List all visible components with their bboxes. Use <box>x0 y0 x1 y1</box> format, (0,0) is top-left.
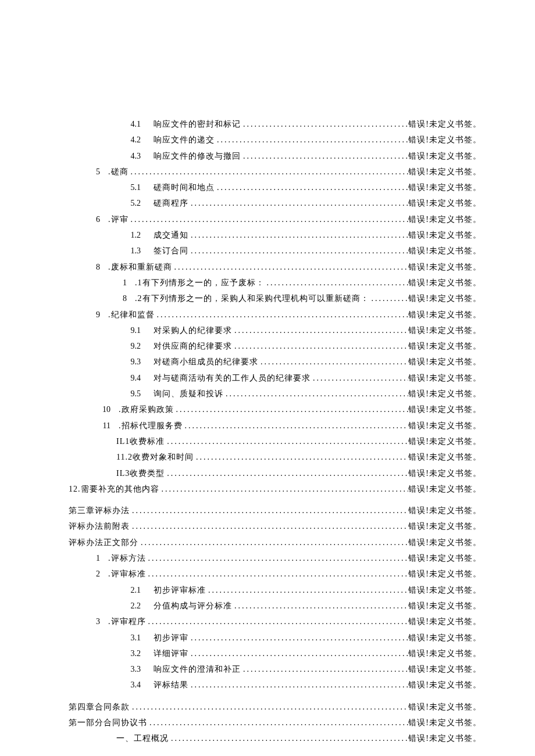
leader-dots <box>223 386 408 402</box>
toc-text: .废标和重新磋商 <box>108 259 172 275</box>
toc-entry: 4.3响应文件的修改与撤回错误!未定义书签。 <box>69 148 482 164</box>
page-ref: 错误!未定义书签。 <box>408 699 482 715</box>
toc-entry: 10.政府采购政策错误!未定义书签。 <box>69 402 482 417</box>
page-ref: 错误!未定义书签。 <box>408 630 482 646</box>
toc-text: .评审程序 <box>108 614 146 629</box>
toc-entry: 4.1响应文件的密封和标记错误!未定义书签。 <box>69 116 482 132</box>
leader-dots <box>188 195 408 211</box>
toc-text: 对采购人的纪律要求 <box>154 323 232 338</box>
page-ref: 错误!未定义书签。 <box>408 338 482 354</box>
toc-entry: 1.评标方法错误!未定义书签。 <box>69 550 482 566</box>
page-ref: 错误!未定义书签。 <box>408 715 482 730</box>
toc-text: 响应文件的密封和标记 <box>154 116 241 132</box>
toc-text: 12.需要补充的其他内容 <box>69 481 159 497</box>
toc-entry: 3.2详细评审错误!未定义书签。 <box>69 646 482 661</box>
page-ref: 错误!未定义书签。 <box>408 677 482 693</box>
page-ref: 错误!未定义书签。 <box>408 132 482 148</box>
toc-entry: 3.评审程序错误!未定义书签。 <box>69 614 482 629</box>
leader-dots <box>129 164 409 180</box>
toc-entry: 5.磋商错误!未定义书签。 <box>69 164 482 180</box>
toc-number: 3.2 <box>116 646 141 661</box>
page-ref: 错误!未定义书签。 <box>408 148 482 164</box>
toc-number: 5 <box>90 164 100 180</box>
chapter-title: 第四章合同条款 <box>69 699 130 715</box>
toc-number: 6 <box>90 212 100 227</box>
toc-entry: 9.纪律和监督错误!未定义书签。 <box>69 307 482 323</box>
toc-entry: 11.2收费对象和时间错误!未定义书签。 <box>69 449 482 465</box>
toc-entry: 2.评审标准错误!未定义书签。 <box>69 566 482 582</box>
chapter-title: 第三章评标办法 <box>69 503 130 518</box>
page-ref: 错误!未定义书签。 <box>408 354 482 370</box>
toc-number: 9.3 <box>116 354 141 370</box>
toc-entry: 5.2磋商程序错误!未定义书签。 <box>69 195 482 211</box>
leader-dots <box>188 630 408 646</box>
toc-entry: 3.3响应文件的澄清和补正错误!未定义书签。 <box>69 661 482 677</box>
toc-text: 初步评审 <box>154 630 188 646</box>
toc-text: 签订合同 <box>154 243 188 259</box>
toc-number: 5.2 <box>116 195 141 211</box>
page-ref: 错误!未定义书签。 <box>408 275 482 291</box>
leader-dots <box>146 614 409 629</box>
toc-number: 9.4 <box>116 370 141 386</box>
page-ref: 错误!未定义书签。 <box>408 614 482 629</box>
leader-dots <box>241 661 408 677</box>
toc-number: 3.1 <box>116 630 141 646</box>
leader-dots <box>159 481 409 497</box>
page-ref: 错误!未定义书签。 <box>408 402 482 417</box>
leader-dots <box>206 582 408 598</box>
leader-dots <box>188 227 408 243</box>
toc-text: 第一部分合同协议书 <box>69 715 147 730</box>
toc-text: 响应文件的修改与撤回 <box>154 148 241 164</box>
page-ref: 错误!未定义书签。 <box>408 433 482 449</box>
toc-text: 磋商程序 <box>154 195 188 211</box>
toc-number: 9.1 <box>116 323 141 338</box>
leader-dots <box>369 291 409 306</box>
toc-text: 一、工程概况 <box>116 730 169 746</box>
toc-text: 成交通知 <box>154 227 188 243</box>
page-ref: 错误!未定义书签。 <box>408 582 482 598</box>
toc-number: 2.2 <box>116 598 141 614</box>
toc-number: 10 <box>90 402 110 417</box>
toc-entry: 第一部分合同协议书错误!未定义书签。 <box>69 715 482 730</box>
toc-text: 询问、质疑和投诉 <box>154 386 223 402</box>
toc-text: 磋商时间和地点 <box>154 180 215 195</box>
toc-entry: 2.1初步评审标准错误!未定义书签。 <box>69 582 482 598</box>
toc-entry: 6.评审错误!未定义书签。 <box>69 212 482 227</box>
toc-text: 分值构成与评分标准 <box>154 598 232 614</box>
page-ref: 错误!未定义书签。 <box>408 449 482 465</box>
toc-text: 初步评审标准 <box>154 582 206 598</box>
toc-entry: 3.1初步评审错误!未定义书签。 <box>69 630 482 646</box>
page-ref: 错误!未定义书签。 <box>408 535 482 550</box>
page-ref: 错误!未定义书签。 <box>408 243 482 259</box>
chapter-3-heading: 第三章评标办法 错误!未定义书签。 <box>69 503 482 518</box>
toc-text: 对供应商的纪律要求 <box>154 338 232 354</box>
toc-entry: 评标办法正文部分错误!未定义书签。 <box>69 535 482 550</box>
toc-entry: IL3收费类型错误!未定义书签。 <box>69 465 482 481</box>
page-ref: 错误!未定义书签。 <box>408 259 482 275</box>
toc-number: 3.3 <box>116 661 141 677</box>
toc-text: 评标办法前附表 <box>69 518 130 534</box>
toc-text: IL3收费类型 <box>116 465 165 481</box>
toc-entry: 4.2响应文件的递交错误!未定义书签。 <box>69 132 482 148</box>
page-ref: 错误!未定义书签。 <box>408 370 482 386</box>
leader-dots <box>188 677 408 693</box>
toc-text: .2有下列情形之一的，采购人和采购代理机构可以重新磋商： <box>135 291 369 306</box>
leader-dots <box>232 323 408 338</box>
page-ref: 错误!未定义书签。 <box>408 661 482 677</box>
toc-text: .1有下列情形之一的，应予废标： <box>135 275 265 291</box>
leader-dots <box>147 715 408 730</box>
leader-dots <box>241 148 408 164</box>
toc-entry: 9.1对采购人的纪律要求错误!未定义书签。 <box>69 323 482 338</box>
toc-number: 3 <box>90 614 100 629</box>
leader-dots <box>188 243 408 259</box>
page-ref: 错误!未定义书签。 <box>408 164 482 180</box>
toc-entry: 3.4评标结果错误!未定义书签。 <box>69 677 482 693</box>
toc-number: 9.2 <box>116 338 141 354</box>
leader-dots <box>130 503 408 518</box>
page-ref: 错误!未定义书签。 <box>408 503 482 518</box>
page-ref: 错误!未定义书签。 <box>408 307 482 323</box>
toc-number: 1 <box>90 550 100 566</box>
page-ref: 错误!未定义书签。 <box>408 323 482 338</box>
leader-dots <box>165 465 408 481</box>
page-ref: 错误!未定义书签。 <box>408 646 482 661</box>
